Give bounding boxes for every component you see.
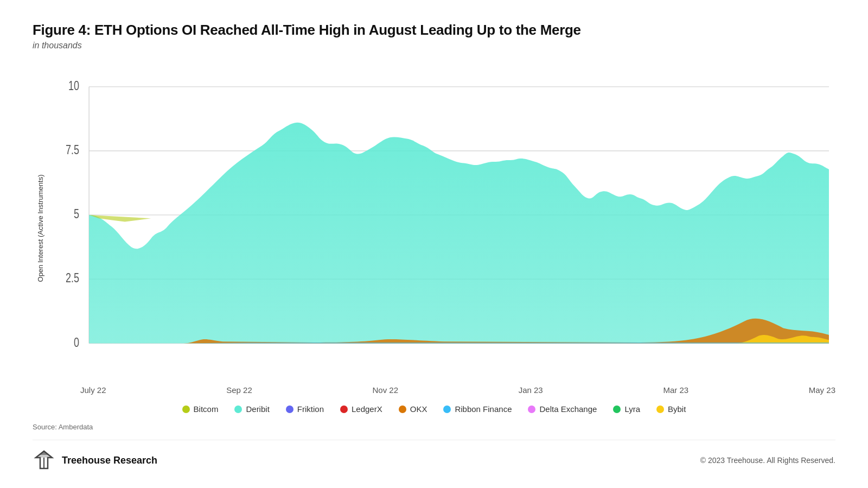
x-axis-labels: July 22 Sep 22 Nov 22 Jan 23 Mar 23 May … — [53, 382, 835, 395]
x-label-mar23: Mar 23 — [663, 385, 688, 395]
source-text: Source: Amberdata — [33, 423, 835, 431]
footer: Treehouse Research © 2023 Treehouse. All… — [33, 440, 835, 472]
legend-item: Deribit — [234, 404, 269, 414]
legend-dot — [443, 405, 451, 413]
chart-subtitle: in thousands — [33, 41, 835, 50]
legend-label: Deribit — [246, 404, 269, 414]
legend-label: LedgerX — [352, 404, 382, 414]
legend-label: Bitcom — [194, 404, 219, 414]
x-label-may23: May 23 — [809, 385, 835, 395]
legend-item: Delta Exchange — [528, 404, 597, 414]
legend-item: Bybit — [656, 404, 686, 414]
legend-label: Ribbon Finance — [455, 404, 512, 414]
svg-text:0: 0 — [74, 335, 79, 349]
legend-dot — [182, 405, 190, 413]
x-label-nov22: Nov 22 — [372, 385, 398, 395]
footer-copyright: © 2023 Treehouse. All Rights Reserved. — [700, 456, 835, 465]
legend-label: Friktion — [297, 404, 324, 414]
legend-item: LedgerX — [340, 404, 382, 414]
legend-label: OKX — [410, 404, 427, 414]
legend-item: Friktion — [286, 404, 324, 414]
legend-dot — [399, 405, 406, 413]
legend-label: Bybit — [668, 404, 686, 414]
legend-dot — [286, 405, 293, 413]
treehouse-logo — [33, 449, 55, 472]
legend-label: Lyra — [624, 404, 640, 414]
footer-brand-area: Treehouse Research — [33, 449, 157, 472]
legend-dot — [528, 405, 535, 413]
legend-dot — [340, 405, 348, 413]
footer-brand-name: Treehouse Research — [62, 455, 157, 466]
y-axis-label: Open Interest (Active Instruments) — [37, 174, 45, 282]
legend-label: Delta Exchange — [539, 404, 597, 414]
svg-text:10: 10 — [68, 79, 79, 93]
legend-item: Ribbon Finance — [443, 404, 512, 414]
svg-text:5: 5 — [74, 207, 79, 221]
legend-dot — [656, 405, 664, 413]
svg-text:7.5: 7.5 — [66, 143, 79, 157]
legend-dot — [613, 405, 621, 413]
x-label-jan23: Jan 23 — [519, 385, 543, 395]
legend-item: OKX — [399, 404, 427, 414]
x-label-sep22: Sep 22 — [226, 385, 252, 395]
legend-dot — [234, 405, 242, 413]
legend-item: Bitcom — [182, 404, 219, 414]
legend: BitcomDeribitFriktionLedgerXOKXRibbon Fi… — [33, 395, 835, 419]
x-label-jul22: July 22 — [80, 385, 106, 395]
legend-item: Lyra — [613, 404, 640, 414]
svg-text:2.5: 2.5 — [66, 271, 79, 285]
chart-svg-area: 10 7.5 5 2.5 0 — [53, 61, 835, 382]
chart-title: Figure 4: ETH Options OI Reached All-Tim… — [33, 22, 835, 39]
